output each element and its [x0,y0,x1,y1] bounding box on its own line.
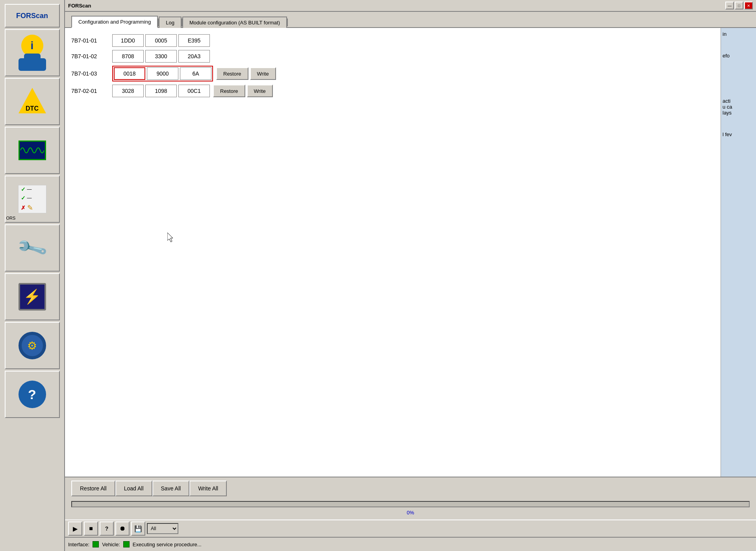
write-all-button[interactable]: Write All [189,481,227,496]
restore-all-button[interactable]: Restore All [71,481,115,496]
gear-icon: ⚙ [19,332,46,359]
sidebar: FORScan i DTC [0,0,65,551]
cell-2-3: 20A3 [178,50,210,63]
progress-area [71,499,750,509]
wrench-icon: 🔧 [16,233,48,263]
dtc-triangle: DTC [19,88,46,115]
window-titlebar: FORScan — □ ✕ [65,0,756,12]
restore-button-4[interactable]: Restore [213,85,245,97]
logo-text: FORScan [16,12,48,20]
table-row: 7B7-02-01 3028 1098 00C1 Restore Write [71,85,750,97]
save-all-button[interactable]: Save All [152,481,190,496]
filter-dropdown[interactable]: All [147,523,178,534]
cell-1-1: 1DD0 [112,34,144,47]
cursor [167,233,175,243]
cell-input-3-1[interactable] [116,69,143,78]
write-button-4[interactable]: Write [247,85,273,97]
tab-module[interactable]: Module configuration (AS BUILT format) [182,17,287,28]
dtc-label: DTC [19,105,46,112]
cell-4-1: 3028 [112,85,144,97]
cell-4-2: 1098 [145,85,177,97]
window-title: FORScan [68,3,91,9]
interface-indicator [93,541,99,547]
maximize-button[interactable]: □ [735,2,743,9]
wave-icon [19,141,46,160]
help-icon: ? [19,381,46,408]
tab-config[interactable]: Configuration and Programming [71,16,158,28]
forscan-logo: FORScan [5,4,60,28]
cell-3-2: 9000 [147,67,178,80]
row-label-3: 7B7-01-03 [71,70,111,77]
close-button[interactable]: ✕ [744,2,753,9]
cell-1-2: 0005 [145,34,177,47]
sidebar-item-ors[interactable]: ✓ — ✓ — ✗ ✎ ORS [5,176,60,223]
sidebar-item-tools[interactable]: 🔧 [5,224,60,272]
cell-2-2: 3300 [145,50,177,63]
lightning-icon: ⚡ [19,283,46,311]
toolbar: ▶ ■ ? ⏺ 💾 All [65,520,756,537]
sidebar-item-dtc[interactable]: DTC [5,78,60,125]
row-label-1: 7B7-01-01 [71,37,111,44]
row-label-2: 7B7-01-02 [71,53,111,59]
table-row: 7B7-01-02 8708 3300 20A3 [71,50,750,63]
record-button[interactable]: ⏺ [115,521,130,536]
window-controls: — □ ✕ [725,2,753,9]
main-content: 7B7-01-01 1DD0 0005 E395 7B7-01-02 87 [65,28,756,477]
right-panel-text: in efo acti u ca lays l fev [723,31,754,137]
cell-1-3: E395 [178,34,210,47]
sidebar-item-monitor[interactable] [5,127,60,174]
ors-icon: ✓ — ✓ — ✗ ✎ [18,185,46,213]
tab-separator-3 [287,18,288,26]
save-button[interactable]: 💾 [131,521,145,536]
play-button[interactable]: ▶ [68,521,82,536]
vehicle-indicator [123,541,130,547]
sidebar-item-help[interactable]: ? [5,371,60,418]
interface-label: Interface: [68,542,89,547]
data-table: 7B7-01-01 1DD0 0005 E395 7B7-01-02 87 [71,34,750,97]
tab-log[interactable]: Log [159,17,182,28]
help-button[interactable]: ? [100,521,114,536]
cell-2-1: 8708 [112,50,144,63]
cell-3-3: 6A [180,67,211,80]
tab-bar: Configuration and Programming Log Module… [65,12,756,28]
stop-button[interactable]: ■ [84,521,98,536]
ors-label: ORS [6,216,16,220]
highlighted-row-border: 9000 6A [112,66,213,81]
status-bar: Interface: Vehicle: Executing service pr… [65,537,756,551]
write-button-3[interactable]: Write [250,67,276,80]
progress-bar [71,501,750,507]
sidebar-item-settings[interactable]: ⚙ [5,322,60,369]
table-row-highlighted: 7B7-01-03 9000 6A Restore Write [71,66,750,81]
status-text: Executing service procedure... [133,542,202,547]
right-panel: in efo acti u ca lays l fev [721,28,756,477]
content-area: FORScan — □ ✕ Configuration and Programm… [65,0,756,551]
minimize-button[interactable]: — [725,2,734,9]
load-all-button[interactable]: Load All [115,481,152,496]
cell-3-1[interactable] [114,67,145,80]
sidebar-item-info[interactable]: i [5,29,60,76]
bottom-area: Restore All Load All Save All Write All … [65,477,756,520]
sidebar-item-module[interactable]: ⚡ [5,273,60,320]
cell-4-3: 00C1 [178,85,210,97]
table-row: 7B7-01-01 1DD0 0005 E395 [71,34,750,47]
progress-label: 0% [71,509,750,516]
svg-marker-0 [167,233,173,242]
vehicle-label: Vehicle: [102,542,120,547]
bottom-button-row: Restore All Load All Save All Write All [71,481,750,496]
car-icon [19,58,46,71]
restore-button-3[interactable]: Restore [216,67,248,80]
row-label-4: 7B7-02-01 [71,88,111,94]
